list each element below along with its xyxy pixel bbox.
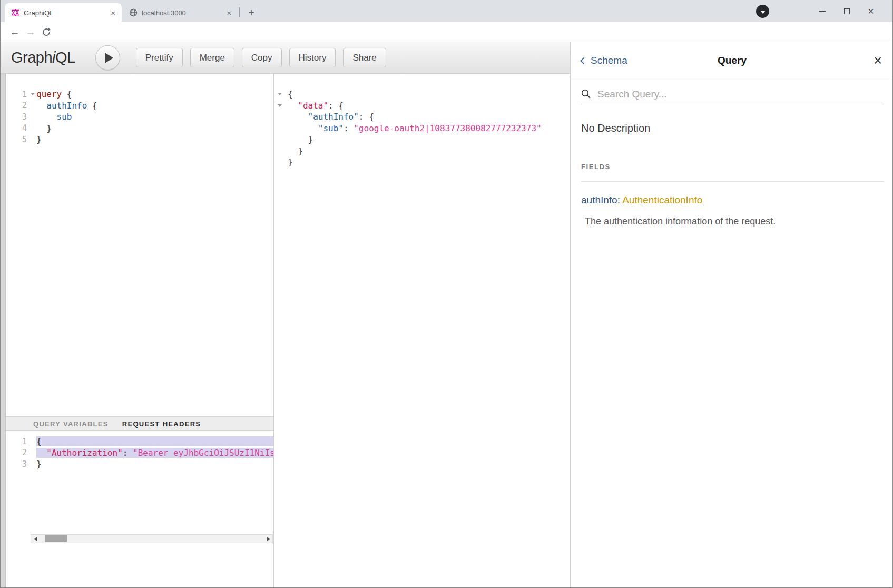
- code-text[interactable]: }: [36, 459, 273, 469]
- window-maximize-button[interactable]: [835, 0, 859, 22]
- field-name-link[interactable]: authInfo: [581, 194, 617, 205]
- fold-caret-icon[interactable]: [278, 104, 282, 107]
- doc-no-description: No Description: [581, 122, 650, 134]
- globe-favicon-icon: [129, 8, 138, 17]
- doc-search-input[interactable]: [597, 89, 884, 100]
- share-button[interactable]: Share: [343, 48, 386, 67]
- code-text[interactable]: "sub": "google-oauth2|108377380082777232…: [283, 123, 570, 133]
- code-line[interactable]: 3 sub: [6, 111, 273, 123]
- tab-close-icon[interactable]: ×: [110, 8, 116, 17]
- reload-icon: [42, 27, 51, 37]
- window-minimize-button[interactable]: [810, 0, 835, 22]
- code-line[interactable]: 4 }: [6, 123, 273, 134]
- line-number: 3: [6, 112, 29, 122]
- code-text[interactable]: }: [36, 134, 273, 144]
- close-icon: ×: [868, 6, 874, 16]
- back-button[interactable]: ←: [7, 22, 23, 42]
- execute-query-button[interactable]: [95, 45, 120, 70]
- merge-button[interactable]: Merge: [190, 48, 234, 67]
- graphiql-favicon-icon: [11, 8, 19, 17]
- doc-explorer-header: Schema Query ×: [571, 42, 893, 79]
- query-editor[interactable]: 1query {2 authInfo {3 sub4 }5}: [6, 89, 273, 145]
- code-text[interactable]: query {: [36, 89, 273, 99]
- scrollbar-thumb[interactable]: [45, 535, 67, 542]
- secondary-editor-tabbar: QUERY VARIABLES REQUEST HEADERS: [6, 416, 273, 431]
- code-text[interactable]: }: [283, 146, 570, 156]
- tab-query-variables[interactable]: QUERY VARIABLES: [33, 420, 109, 428]
- doc-back-link[interactable]: Schema: [581, 42, 627, 79]
- code-text[interactable]: "authInfo": {: [283, 112, 570, 122]
- code-text[interactable]: }: [283, 134, 570, 144]
- reload-button[interactable]: [38, 22, 54, 42]
- media-controls-button[interactable]: [756, 5, 769, 18]
- code-line[interactable]: }: [274, 156, 570, 168]
- chevron-left-icon: [580, 57, 587, 64]
- code-line[interactable]: "authInfo": {: [274, 111, 570, 123]
- code-text[interactable]: "data": {: [283, 101, 570, 111]
- tab-close-icon[interactable]: ×: [225, 8, 232, 17]
- doc-close-button[interactable]: ×: [874, 42, 882, 79]
- minimize-icon: [819, 11, 826, 12]
- doc-field-description: The authentication information of the re…: [585, 216, 776, 227]
- tab-graphiql[interactable]: GraphiQL ×: [5, 3, 122, 22]
- doc-fields-label: FIELDS: [581, 163, 611, 171]
- code-line[interactable]: 2 authInfo {: [6, 100, 273, 112]
- scroll-right-icon[interactable]: [264, 535, 272, 543]
- headers-editor-pane[interactable]: 1{2 "Authorization": "Bearer eyJhbGciOiJ…: [6, 431, 273, 534]
- left-scroll-strip[interactable]: [1, 74, 6, 588]
- code-line[interactable]: 2 "Authorization": "Bearer eyJhbGciOiJSU…: [6, 447, 273, 459]
- tab-request-headers[interactable]: REQUEST HEADERS: [122, 420, 201, 428]
- tab-localhost[interactable]: localhost:3000 ×: [123, 3, 238, 22]
- line-number: 2: [6, 448, 29, 457]
- graphiql-logo: GraphiQL: [11, 49, 75, 66]
- doc-search-row[interactable]: [581, 84, 884, 104]
- code-text[interactable]: authInfo {: [36, 101, 273, 111]
- play-icon: [105, 53, 113, 63]
- browser-navbar: ← → localhost:3000 P: [1, 22, 893, 42]
- browser-window: GraphiQL × localhost:3000 × + × ← →: [0, 0, 893, 588]
- fold-caret-icon[interactable]: [278, 93, 282, 95]
- line-number: 5: [6, 135, 29, 144]
- code-line[interactable]: 3}: [6, 458, 273, 470]
- tab-divider: [239, 7, 240, 17]
- window-close-button[interactable]: ×: [859, 0, 883, 22]
- copy-button[interactable]: Copy: [242, 48, 282, 67]
- horizontal-scrollbar[interactable]: [31, 534, 273, 543]
- graphiql-toolbar: GraphiQL Prettify Merge Copy History Sha…: [1, 42, 570, 74]
- code-line[interactable]: 1{: [6, 436, 273, 447]
- doc-field-authinfo: authInfo: AuthenticationInfo: [581, 194, 702, 206]
- line-number: 1: [6, 437, 29, 446]
- code-line[interactable]: 5}: [6, 134, 273, 145]
- request-headers-editor[interactable]: 1{2 "Authorization": "Bearer eyJhbGciOiJ…: [6, 436, 273, 470]
- code-line[interactable]: 1query {: [6, 89, 273, 100]
- maximize-icon: [844, 8, 850, 14]
- field-type-link[interactable]: AuthenticationInfo: [622, 194, 702, 205]
- code-text[interactable]: "Authorization": "Bearer eyJhbGciOiJSUzI…: [36, 448, 273, 458]
- code-line[interactable]: }: [274, 145, 570, 157]
- new-tab-button[interactable]: +: [244, 5, 259, 20]
- code-text[interactable]: {: [283, 89, 570, 99]
- result-viewer-pane: { "data": { "authInfo": { "sub": "google…: [274, 74, 570, 588]
- code-line[interactable]: }: [274, 134, 570, 145]
- chevron-down-icon: [760, 11, 766, 14]
- code-text[interactable]: }: [36, 123, 273, 133]
- code-line[interactable]: "sub": "google-oauth2|108377380082777232…: [274, 123, 570, 134]
- line-number: 1: [6, 90, 29, 99]
- code-line[interactable]: "data": {: [274, 100, 570, 112]
- line-number: 2: [6, 101, 29, 110]
- prettify-button[interactable]: Prettify: [136, 48, 183, 67]
- tab-title: GraphiQL: [24, 9, 110, 17]
- history-button[interactable]: History: [289, 48, 336, 67]
- fold-caret-icon[interactable]: [31, 93, 35, 95]
- code-text[interactable]: sub: [36, 112, 273, 122]
- scroll-left-icon[interactable]: [31, 535, 40, 543]
- doc-divider: [581, 181, 884, 182]
- code-text[interactable]: }: [283, 157, 570, 167]
- line-number: 3: [6, 459, 29, 469]
- code-line[interactable]: {: [274, 89, 570, 100]
- search-icon: [581, 89, 591, 99]
- tab-title: localhost:3000: [142, 9, 225, 17]
- doc-explorer-panel: Schema Query × No Description FIELDS aut…: [570, 42, 893, 588]
- code-text[interactable]: {: [36, 436, 273, 446]
- result-viewer: { "data": { "authInfo": { "sub": "google…: [274, 89, 570, 168]
